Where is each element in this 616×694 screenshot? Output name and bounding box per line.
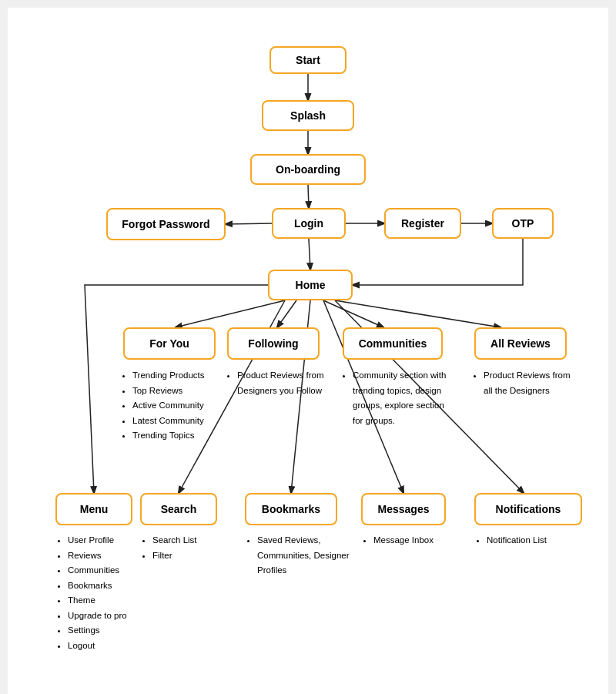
list-item: Settings (68, 623, 156, 639)
svg-line-7 (176, 300, 285, 327)
node-messages: Messages (361, 493, 446, 525)
node-home: Home (268, 270, 353, 300)
node-notifications: Notifications (474, 493, 582, 525)
list-item: Upgrade to pro (68, 609, 156, 624)
node-splash: Splash (262, 100, 354, 131)
node-menu: Menu (55, 493, 132, 525)
node-bookmarks: Bookmarks (245, 493, 337, 525)
svg-line-3 (226, 223, 272, 224)
svg-line-6 (309, 239, 310, 270)
bullets-notifications: Notification List (474, 533, 582, 548)
list-item: Active Community (132, 398, 220, 414)
list-item: Message Inbox (373, 533, 461, 548)
list-item: Filter (152, 548, 233, 564)
bullets-messages: Message Inbox (361, 533, 461, 548)
node-foryou: For You (123, 327, 216, 360)
list-item: Search List (152, 533, 233, 548)
svg-line-9 (323, 300, 383, 327)
node-allreviews: All Reviews (474, 327, 567, 360)
bullets-allreviews: Product Reviews from all the Designers (471, 368, 579, 398)
list-item: Trending Topics (132, 428, 220, 444)
node-register: Register (384, 208, 461, 239)
flowchart: Start Splash On-boarding Login Forgot Pa… (15, 23, 601, 693)
list-item: Bookmarks (68, 578, 156, 594)
bullets-bookmarks: Saved Reviews, Communities, Designer Pro… (245, 533, 353, 578)
bullets-communities: Community section with trending topics, … (340, 368, 456, 428)
list-item: Notification List (487, 533, 582, 548)
bullets-following: Product Reviews from Designers you Follo… (225, 368, 333, 398)
node-search: Search (140, 493, 217, 525)
canvas: Start Splash On-boarding Login Forgot Pa… (8, 8, 608, 694)
node-otp: OTP (492, 208, 554, 239)
svg-line-2 (308, 185, 309, 208)
list-item: Communities (68, 563, 156, 578)
node-forgotpw: Forgot Password (106, 208, 226, 240)
list-item: Trending Products (132, 368, 220, 384)
node-login: Login (272, 208, 346, 239)
list-item: Saved Reviews, Communities, Designer Pro… (257, 533, 353, 578)
svg-line-10 (335, 300, 500, 327)
list-item: Product Reviews from all the Designers (484, 368, 579, 398)
list-item: Latest Community (132, 414, 220, 429)
node-following: Following (227, 327, 320, 360)
svg-line-8 (277, 300, 296, 327)
list-item: Product Reviews from Designers you Follo… (237, 368, 333, 398)
bullets-foryou: Trending ProductsTop ReviewsActive Commu… (120, 368, 220, 444)
node-start: Start (270, 46, 346, 74)
node-communities: Communities (343, 327, 443, 360)
bullets-search: Search ListFilter (140, 533, 233, 563)
list-item: Top Reviews (132, 384, 220, 399)
list-item: Theme (68, 593, 156, 609)
list-item: Logout (68, 639, 156, 654)
list-item: Community section with trending topics, … (353, 368, 456, 428)
node-onboarding: On-boarding (250, 154, 366, 185)
